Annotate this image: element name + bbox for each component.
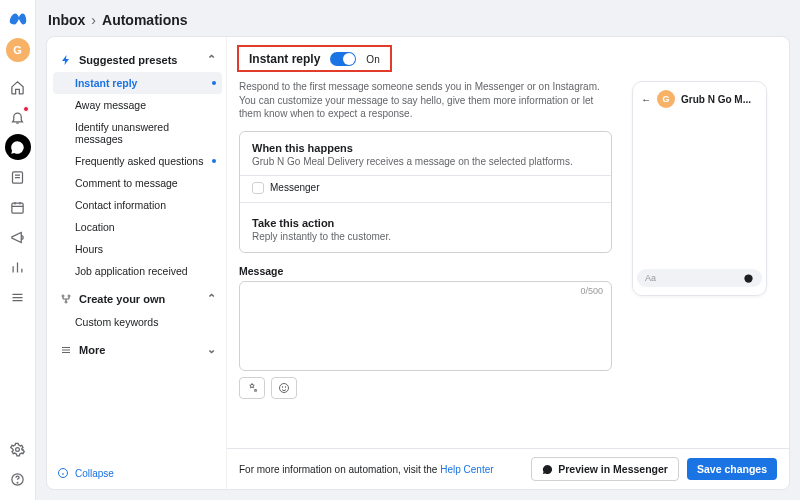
sidebar-item-contact-information[interactable]: Contact information bbox=[53, 194, 222, 216]
insights-icon[interactable] bbox=[5, 254, 31, 280]
breadcrumb-automations: Automations bbox=[102, 12, 188, 28]
messenger-preview: ← G Grub N Go M... Aa bbox=[632, 81, 767, 296]
chevron-down-icon: ⌄ bbox=[207, 343, 216, 356]
meta-logo-icon bbox=[7, 8, 29, 30]
action-title: Take this action bbox=[252, 217, 599, 229]
flow-icon bbox=[59, 293, 73, 305]
when-this-happens-card: When this happens Grub N Go Meal Deliver… bbox=[239, 131, 612, 253]
help-text: For more information on automation, visi… bbox=[239, 464, 440, 475]
settings-icon[interactable] bbox=[5, 436, 31, 462]
sidebar-item-away-message[interactable]: Away message bbox=[53, 94, 222, 116]
action-subtitle: Reply instantly to the customer. bbox=[252, 231, 599, 242]
save-changes-button[interactable]: Save changes bbox=[687, 458, 777, 480]
messenger-icon bbox=[542, 464, 553, 475]
inbox-icon[interactable] bbox=[5, 134, 31, 160]
messenger-label: Messenger bbox=[270, 182, 319, 193]
emoji-icon bbox=[743, 273, 754, 284]
emoji-button[interactable] bbox=[271, 377, 297, 399]
svg-point-7 bbox=[65, 301, 67, 303]
calendar-icon[interactable] bbox=[5, 194, 31, 220]
help-center-link[interactable]: Help Center bbox=[440, 464, 493, 475]
all-tools-icon[interactable] bbox=[5, 284, 31, 310]
account-avatar[interactable]: G bbox=[6, 38, 30, 62]
info-icon bbox=[57, 467, 69, 479]
chevron-up-icon: ⌃ bbox=[207, 53, 216, 66]
svg-point-11 bbox=[744, 274, 752, 282]
chevron-right-icon: › bbox=[91, 12, 96, 28]
nav-rail: G bbox=[0, 0, 36, 500]
personalize-button[interactable] bbox=[239, 377, 265, 399]
editor-title: Instant reply bbox=[249, 52, 320, 66]
home-icon[interactable] bbox=[5, 74, 31, 100]
when-title: When this happens bbox=[252, 142, 599, 154]
instant-reply-toggle[interactable] bbox=[330, 52, 356, 66]
chevron-up-icon: ⌃ bbox=[207, 292, 216, 305]
preview-input: Aa bbox=[637, 269, 762, 287]
svg-point-4 bbox=[17, 482, 18, 483]
breadcrumb: Inbox › Automations bbox=[36, 0, 800, 36]
sidebar-item-comment-to-message[interactable]: Comment to message bbox=[53, 172, 222, 194]
sidebar-item-job-application[interactable]: Job application received bbox=[53, 260, 222, 282]
svg-point-9 bbox=[282, 386, 283, 387]
notifications-icon[interactable] bbox=[5, 104, 31, 130]
char-counter: 0/500 bbox=[580, 286, 603, 296]
svg-point-2 bbox=[16, 447, 20, 451]
more-header[interactable]: More ⌄ bbox=[53, 337, 222, 362]
preview-in-messenger-button[interactable]: Preview in Messenger bbox=[531, 457, 679, 481]
preview-name: Grub N Go M... bbox=[681, 94, 758, 105]
posts-icon[interactable] bbox=[5, 164, 31, 190]
help-icon[interactable] bbox=[5, 466, 31, 492]
when-subtitle: Grub N Go Meal Delivery receives a messa… bbox=[252, 156, 599, 167]
svg-point-6 bbox=[68, 295, 70, 297]
svg-point-8 bbox=[280, 383, 289, 392]
preset-sidebar: Suggested presets ⌃ Instant reply Away m… bbox=[47, 37, 227, 489]
sidebar-item-custom-keywords[interactable]: Custom keywords bbox=[53, 311, 222, 333]
toggle-label: On bbox=[366, 54, 379, 65]
create-your-own-header[interactable]: Create your own ⌃ bbox=[53, 286, 222, 311]
breadcrumb-inbox[interactable]: Inbox bbox=[48, 12, 85, 28]
back-arrow-icon[interactable]: ← bbox=[641, 94, 651, 105]
footer-bar: For more information on automation, visi… bbox=[227, 448, 789, 489]
sidebar-item-identify-unanswered[interactable]: Identify unanswered messages bbox=[53, 116, 222, 150]
sidebar-item-faq[interactable]: Frequently asked questions bbox=[53, 150, 222, 172]
svg-point-10 bbox=[285, 386, 286, 387]
messenger-checkbox[interactable] bbox=[252, 182, 264, 194]
ads-icon[interactable] bbox=[5, 224, 31, 250]
svg-point-5 bbox=[62, 295, 64, 297]
list-icon bbox=[59, 344, 73, 356]
sidebar-item-location[interactable]: Location bbox=[53, 216, 222, 238]
instant-reply-toggle-highlight: Instant reply On bbox=[237, 45, 392, 72]
preview-avatar: G bbox=[657, 90, 675, 108]
suggested-presets-header[interactable]: Suggested presets ⌃ bbox=[53, 47, 222, 72]
editor-description: Respond to the first message someone sen… bbox=[239, 80, 612, 121]
message-textarea[interactable]: 0/500 bbox=[239, 281, 612, 371]
sidebar-item-hours[interactable]: Hours bbox=[53, 238, 222, 260]
bolt-icon bbox=[59, 54, 73, 66]
svg-rect-1 bbox=[12, 203, 23, 213]
message-label: Message bbox=[239, 265, 612, 277]
collapse-sidebar-button[interactable]: Collapse bbox=[57, 467, 114, 479]
sidebar-item-instant-reply[interactable]: Instant reply bbox=[53, 72, 222, 94]
